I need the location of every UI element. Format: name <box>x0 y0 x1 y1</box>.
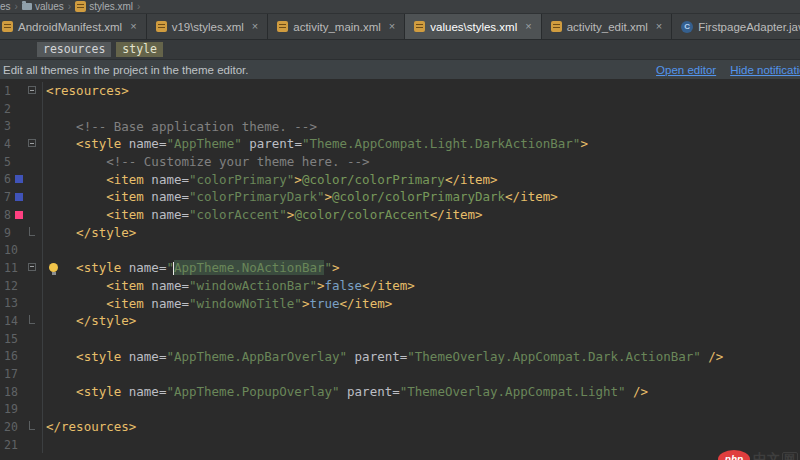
token: parent= <box>340 384 400 399</box>
tab-androidmanifest-xml[interactable]: AndroidManifest.xml× <box>0 14 147 39</box>
line-number: 17 <box>4 367 18 381</box>
close-icon[interactable]: × <box>389 21 395 32</box>
code-text[interactable]: <!-- Base application theme. --> <box>43 119 800 134</box>
line-number: 9 <box>4 226 11 240</box>
line-number: 3 <box>4 119 11 133</box>
fold-end-icon[interactable] <box>29 421 35 430</box>
code-text[interactable]: </style> <box>43 313 800 328</box>
tab-activity-edit-xml[interactable]: activity_edit.xml× <box>542 14 673 39</box>
code-line[interactable]: 20</resources> <box>0 418 800 436</box>
token: <item <box>46 296 151 311</box>
close-icon[interactable]: × <box>130 21 136 32</box>
token: <style <box>46 349 129 364</box>
code-line[interactable]: 17 <box>0 365 800 383</box>
fold-start-icon[interactable] <box>28 139 36 147</box>
editor[interactable]: 1<resources>23 <!-- Base application the… <box>0 79 800 460</box>
hide-notification-link[interactable]: Hide notification <box>730 64 800 76</box>
code-text[interactable]: <style name="AppTheme.NoActionBar"> <box>43 260 800 275</box>
code-line[interactable]: 12 <item name="windowActionBar">false</i… <box>0 277 800 295</box>
fold-start-icon[interactable] <box>28 86 36 94</box>
token: </item> <box>505 189 558 204</box>
code-line[interactable]: 21 <box>0 436 800 454</box>
color-swatch[interactable] <box>15 193 23 201</box>
line-number: 21 <box>4 438 18 452</box>
token: <item <box>46 189 151 204</box>
code-text[interactable]: <style name="AppTheme.PopupOverlay" pare… <box>43 384 800 399</box>
breadcrumb-item[interactable]: values <box>22 1 64 12</box>
token: > <box>324 189 332 204</box>
token: "ThemeOverlay.AppCompat.Dark.ActionBar" <box>407 349 701 364</box>
token: @color/colorAccent <box>294 207 429 222</box>
gutter: 7 <box>0 188 43 206</box>
xml-file-icon <box>156 21 167 32</box>
xml-crumb-style[interactable]: style <box>116 42 163 57</box>
close-icon[interactable]: × <box>656 21 662 32</box>
code-text[interactable]: <style name="AppTheme.AppBarOverlay" par… <box>43 349 800 364</box>
gutter: 15 <box>0 330 43 348</box>
line-number: 18 <box>4 385 18 399</box>
code-text[interactable]: <item name="colorPrimary">@color/colorPr… <box>43 172 800 187</box>
fold-end-icon[interactable] <box>29 315 35 324</box>
line-number: 12 <box>4 279 18 293</box>
tab-firstpageadapter-java[interactable]: CFirstpageAdapter.java× <box>672 14 800 39</box>
code-text[interactable]: <item name="windowActionBar">false</item… <box>43 278 800 293</box>
code-line[interactable]: 11 <style name="AppTheme.NoActionBar"> <box>0 259 800 277</box>
code-line[interactable]: 18 <style name="AppTheme.PopupOverlay" p… <box>0 383 800 401</box>
tab-activity-main-xml[interactable]: activity_main.xml× <box>268 14 405 39</box>
code-text[interactable]: <resources> <box>43 83 800 98</box>
gutter: 10 <box>0 241 43 259</box>
code-line[interactable]: 4 <style name="AppTheme" parent="Theme.A… <box>0 135 800 153</box>
code-line[interactable]: 14 </style> <box>0 312 800 330</box>
code-line[interactable]: 2 <box>0 100 800 118</box>
breadcrumb-label: values <box>35 1 64 12</box>
code-line[interactable]: 7 <item name="colorPrimaryDark">@color/c… <box>0 188 800 206</box>
breadcrumb-label: es <box>0 1 11 12</box>
token: name= <box>129 136 167 151</box>
token: parent= <box>347 349 407 364</box>
token: <item <box>46 278 151 293</box>
code-text[interactable]: <item name="windowNoTitle">true</item> <box>43 296 800 311</box>
code-line[interactable]: 6 <item name="colorPrimary">@color/color… <box>0 170 800 188</box>
code-line[interactable]: 1<resources> <box>0 82 800 100</box>
tab-v19-styles-xml[interactable]: v19\styles.xml× <box>147 14 269 39</box>
code-line[interactable]: 19 <box>0 400 800 418</box>
open-editor-link[interactable]: Open editor <box>656 64 716 76</box>
close-icon[interactable]: × <box>252 21 258 32</box>
token: <!-- Base application theme. --> <box>46 119 317 134</box>
color-swatch[interactable] <box>15 175 23 183</box>
code-text[interactable]: <style name="AppTheme" parent="Theme.App… <box>43 136 800 151</box>
code-line[interactable]: 8 <item name="colorAccent">@color/colorA… <box>0 206 800 224</box>
code-line[interactable]: 5 <!-- Customize your theme here. --> <box>0 153 800 171</box>
code-text[interactable]: <!-- Customize your theme here. --> <box>43 154 800 169</box>
code-text[interactable]: </style> <box>43 225 800 240</box>
bulb-glyph <box>49 263 58 272</box>
fold-start-icon[interactable] <box>28 263 36 271</box>
code-line[interactable]: 3 <!-- Base application theme. --> <box>0 117 800 135</box>
token: "Theme.AppCompat.Light.DarkActionBar" <box>302 136 580 151</box>
intention-bulb-icon[interactable] <box>49 263 59 275</box>
code-line[interactable]: 9 </style> <box>0 224 800 242</box>
fold-end-icon[interactable] <box>29 227 35 236</box>
token: parent= <box>242 136 302 151</box>
token: <item <box>46 207 151 222</box>
xml-crumb-resources[interactable]: resources <box>37 42 111 57</box>
tab-values-styles-xml[interactable]: values\styles.xml× <box>405 14 541 39</box>
close-icon[interactable]: × <box>525 21 531 32</box>
color-swatch[interactable] <box>15 211 23 219</box>
code-text[interactable]: <item name="colorAccent">@color/colorAcc… <box>43 207 800 222</box>
token: name= <box>151 189 189 204</box>
code-line[interactable]: 15 <box>0 330 800 348</box>
xml-file-icon <box>2 21 13 32</box>
code-text[interactable]: <item name="colorPrimaryDark">@color/col… <box>43 189 800 204</box>
gutter: 12 <box>0 277 43 295</box>
token: name= <box>151 172 189 187</box>
breadcrumb-item[interactable]: es <box>0 1 11 12</box>
code-line[interactable]: 16 <style name="AppTheme.AppBarOverlay" … <box>0 347 800 365</box>
breadcrumb-item[interactable]: styles.xml <box>75 1 133 12</box>
xml-breadcrumb-bar: resourcesstyle <box>0 40 800 60</box>
code-text[interactable]: </resources> <box>43 419 800 434</box>
code-line[interactable]: 13 <item name="windowNoTitle">true</item… <box>0 294 800 312</box>
code-line[interactable]: 10 <box>0 241 800 259</box>
gutter: 13 <box>0 294 43 312</box>
gutter: 1 <box>0 82 43 100</box>
